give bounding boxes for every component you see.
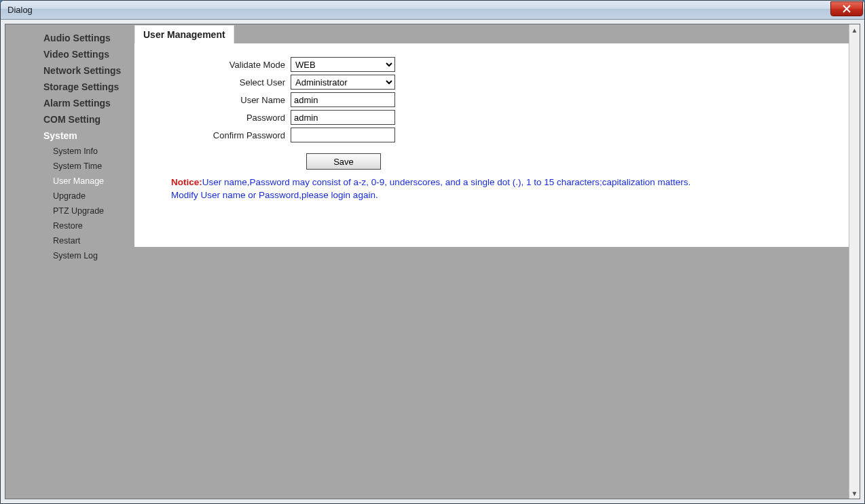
dialog-window: Dialog Audio Settings Video Settings Net… <box>0 0 865 504</box>
nav-audio-settings[interactable]: Audio Settings <box>5 30 134 46</box>
user-management-panel: Validate Mode WEB Select User Administra… <box>134 43 849 247</box>
nav-com-setting[interactable]: COM Setting <box>5 111 134 128</box>
notice-line1: User name,Password may consist of a-z, 0… <box>202 177 691 187</box>
vertical-scrollbar[interactable]: ▲ ▼ <box>849 24 860 499</box>
tab-strip: User Management <box>134 24 849 43</box>
nav-system-info[interactable]: System Info <box>5 144 134 159</box>
scroll-down-icon: ▼ <box>849 488 860 499</box>
nav-restart[interactable]: Restart <box>5 233 134 248</box>
user-name-label: User Name <box>162 95 291 105</box>
nav-network-settings[interactable]: Network Settings <box>5 62 134 79</box>
notice-text: Notice:User name,Password may consist of… <box>162 176 822 202</box>
close-button[interactable] <box>830 1 863 16</box>
nav-video-settings[interactable]: Video Settings <box>5 46 134 62</box>
save-button[interactable]: Save <box>306 153 381 170</box>
confirm-password-input[interactable] <box>291 128 395 142</box>
nav-upgrade[interactable]: Upgrade <box>5 189 134 203</box>
validate-mode-label: Validate Mode <box>162 60 291 70</box>
confirm-password-label: Confirm Password <box>162 130 291 140</box>
nav-system[interactable]: System <box>5 128 134 144</box>
notice-line2: Modify User name or Password,please logi… <box>171 190 378 200</box>
password-label: Password <box>162 113 291 123</box>
select-user-label: Select User <box>162 77 291 88</box>
password-input[interactable] <box>291 110 395 125</box>
tab-user-management[interactable]: User Management <box>134 25 234 43</box>
notice-label: Notice: <box>171 177 202 187</box>
titlebar: Dialog <box>1 1 864 20</box>
content-frame: Audio Settings Video Settings Network Se… <box>5 24 860 499</box>
nav-system-time[interactable]: System Time <box>5 159 134 174</box>
nav-restore[interactable]: Restore <box>5 218 134 233</box>
nav-ptz-upgrade[interactable]: PTZ Upgrade <box>5 203 134 218</box>
user-name-input[interactable] <box>291 92 395 107</box>
scroll-up-icon: ▲ <box>849 24 860 35</box>
sidebar: Audio Settings Video Settings Network Se… <box>5 24 134 263</box>
select-user-select[interactable]: Administrator <box>291 75 395 90</box>
nav-alarm-settings[interactable]: Alarm Settings <box>5 95 134 111</box>
validate-mode-select[interactable]: WEB <box>291 57 395 72</box>
close-icon <box>843 5 851 13</box>
nav-user-manage[interactable]: User Manage <box>5 174 134 189</box>
nav-system-log[interactable]: System Log <box>5 248 134 263</box>
nav-storage-settings[interactable]: Storage Settings <box>5 79 134 95</box>
window-title: Dialog <box>5 5 33 15</box>
main-content: User Management Validate Mode WEB Select… <box>134 24 849 247</box>
